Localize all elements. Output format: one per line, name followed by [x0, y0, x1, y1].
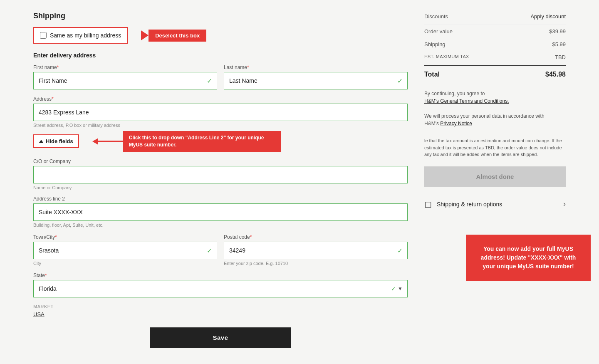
- last-name-input[interactable]: [224, 72, 408, 89]
- address2-label: Address line 2: [33, 196, 408, 202]
- discounts-label: Discounts: [424, 13, 448, 20]
- order-value: $39.99: [549, 28, 566, 35]
- last-name-label: Last name*: [224, 64, 408, 70]
- total-value: $45.98: [545, 71, 566, 78]
- hide-fields-arrowhead-icon: [92, 138, 98, 145]
- shipping-return-row[interactable]: ◻ Shipping & return options ›: [424, 192, 566, 216]
- state-select-wrapper: Florida Alabama Alaska California New Yo…: [33, 280, 408, 297]
- myus-tooltip: You can now add your full MyUS address! …: [466, 235, 591, 281]
- town-check-icon: ✓: [207, 246, 212, 254]
- terms-text1: By continuing, you agree to: [424, 91, 485, 97]
- address2-group: Address line 2 Building, floor, Apt, Sui…: [33, 196, 408, 228]
- postal-group: Postal code* ✓ Enter your zip code. E.g.…: [224, 234, 408, 266]
- tax-note: le that the tax amount is an estimation …: [424, 134, 566, 161]
- co-company-hint: Name or Company: [33, 185, 408, 190]
- market-label: MARKET: [33, 304, 408, 309]
- hide-fields-arrow: [92, 138, 123, 145]
- privacy-text2: H&M's: [424, 121, 439, 126]
- co-company-input-wrapper: [33, 166, 408, 183]
- save-btn-wrapper: Save: [33, 327, 408, 348]
- first-name-check-icon: ✓: [207, 77, 212, 85]
- postal-label: Postal code*: [224, 234, 408, 240]
- first-name-group: First name* ✓: [33, 64, 217, 89]
- address-label: Address*: [33, 96, 408, 102]
- hide-fields-label: Hide fields: [46, 138, 73, 144]
- hide-fields-arrow-line: [98, 141, 123, 142]
- address-hint: Street address, P.O box or military addr…: [33, 123, 408, 128]
- same-as-billing-checkbox[interactable]: [40, 32, 47, 39]
- order-value-row: Order value $39.99: [424, 25, 566, 38]
- total-label: Total: [424, 71, 440, 78]
- discounts-row: Discounts Apply discount: [424, 8, 566, 25]
- save-button[interactable]: Save: [150, 327, 291, 348]
- town-hint: City: [33, 261, 217, 266]
- address-input[interactable]: [33, 104, 408, 121]
- postal-input-wrapper: ✓: [224, 242, 408, 259]
- tax-label: EST. MAXIMUM TAX: [424, 54, 469, 60]
- deselect-annotation-wrapper: Deselect this box: [141, 30, 206, 42]
- co-company-input[interactable]: [33, 166, 408, 183]
- billing-checkbox-row: Same as my billing address Deselect this…: [33, 27, 408, 44]
- right-panel: Discounts Apply discount Order value $39…: [424, 8, 566, 348]
- hide-fields-tooltip: Click this to drop down "Address Line 2"…: [123, 131, 281, 152]
- state-select[interactable]: Florida Alabama Alaska California New Yo…: [33, 280, 408, 297]
- last-name-input-wrapper: ✓: [224, 72, 408, 89]
- postal-check-icon: ✓: [397, 246, 403, 254]
- hide-fields-button[interactable]: Hide fields: [33, 134, 79, 148]
- tax-value: TBD: [555, 54, 566, 60]
- privacy-text1: We will process your personal data in ac…: [424, 113, 545, 119]
- first-name-label: First name*: [33, 64, 217, 70]
- hide-fields-annotation-container: Click this to drop down "Address Line 2"…: [92, 131, 281, 152]
- shipping-cost-value: $5.99: [552, 41, 566, 47]
- delivery-address-title: Enter delivery address: [33, 52, 408, 59]
- name-row: First name* ✓ Last name* ✓: [33, 64, 408, 89]
- town-group: Town/City* ✓ City: [33, 234, 217, 266]
- shipping-box-icon: ◻: [424, 199, 432, 210]
- apply-discount-link[interactable]: Apply discount: [530, 13, 566, 20]
- postal-input[interactable]: [224, 242, 408, 259]
- co-company-label: C/O or Company: [33, 158, 408, 164]
- shipping-cost-label: Shipping: [424, 41, 446, 47]
- same-as-billing-label: Same as my billing address: [50, 32, 121, 39]
- shipping-return-left: ◻ Shipping & return options: [424, 199, 502, 210]
- chevron-up-icon: [39, 140, 43, 143]
- town-postal-row: Town/City* ✓ City Postal code* ✓ Enter y…: [33, 234, 408, 266]
- same-as-billing-box[interactable]: Same as my billing address: [33, 27, 128, 44]
- last-name-group: Last name* ✓: [224, 64, 408, 89]
- terms-section: By continuing, you agree to H&M's Genera…: [424, 83, 566, 134]
- hide-fields-row: Hide fields Click this to drop down "Add…: [33, 131, 408, 152]
- first-name-input-wrapper: ✓: [33, 72, 217, 89]
- first-name-input[interactable]: [33, 72, 217, 89]
- deselect-arrow-icon: [141, 30, 149, 40]
- address-group: Address* Street address, P.O box or mili…: [33, 96, 408, 128]
- almost-done-button: Almost done: [424, 166, 566, 187]
- state-label: State*: [33, 272, 408, 278]
- shipping-section-title: Shipping: [33, 12, 408, 20]
- market-section: MARKET USA: [33, 304, 408, 317]
- last-name-check-icon: ✓: [397, 77, 403, 85]
- address-input-wrapper: [33, 104, 408, 121]
- tax-row: EST. MAXIMUM TAX TBD: [424, 51, 566, 64]
- order-value-label: Order value: [424, 28, 453, 35]
- co-company-group: C/O or Company Name or Company: [33, 158, 408, 190]
- privacy-link[interactable]: Privacy Notice: [440, 121, 472, 126]
- state-group: State* Florida Alabama Alaska California…: [33, 272, 408, 297]
- town-label: Town/City*: [33, 234, 217, 240]
- town-input-wrapper: ✓: [33, 242, 217, 259]
- address2-input[interactable]: [33, 203, 408, 221]
- postal-hint: Enter your zip code. E.g. 10710: [224, 261, 408, 266]
- terms-link[interactable]: H&M's General Terms and Conditions.: [424, 98, 509, 104]
- deselect-annotation-badge: Deselect this box: [149, 30, 206, 42]
- chevron-right-icon: ›: [563, 200, 566, 208]
- shipping-cost-row: Shipping $5.99: [424, 38, 566, 51]
- address2-hint: Building, floor, Apt, Suite, Unit, etc.: [33, 223, 408, 228]
- shipping-return-label: Shipping & return options: [437, 201, 502, 208]
- town-input[interactable]: [33, 242, 217, 259]
- market-link[interactable]: USA: [33, 311, 45, 317]
- address2-input-wrapper: [33, 203, 408, 221]
- total-row: Total $45.98: [424, 65, 566, 83]
- myus-tooltip-text: You can now add your full MyUS address! …: [481, 245, 576, 270]
- left-panel: Shipping Same as my billing address Dese…: [33, 8, 408, 348]
